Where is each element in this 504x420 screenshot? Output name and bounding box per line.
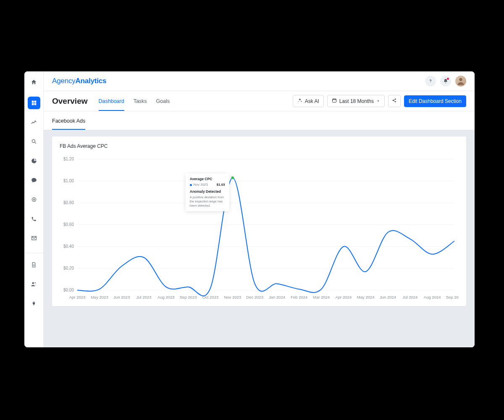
svg-text:Jun 2024: Jun 2024 [380,295,396,299]
nav-left: Overview Dashboard Tasks Goals [52,91,170,111]
sidebar-divider [24,253,44,253]
tab-dashboard[interactable]: Dashboard [99,98,124,111]
svg-point-5 [32,197,36,201]
page-title: Overview [52,97,88,106]
svg-point-48 [231,176,234,179]
svg-text:Feb 2024: Feb 2024 [291,295,307,299]
tooltip-dot [190,184,192,186]
svg-text:Nov 2023: Nov 2023 [224,295,241,299]
search-icon[interactable] [28,135,40,148]
tooltip-warning-text: A positive deviation from the expected r… [190,195,225,208]
svg-text:$0.00: $0.00 [63,288,74,292]
help-icon[interactable] [425,76,436,87]
sparkle-icon [297,98,302,104]
nav-tabs: Dashboard Tasks Goals [99,91,170,111]
svg-point-8 [34,282,36,283]
topbar: AgencyAnalytics [44,71,475,91]
app-window: AgencyAnalytics Overview Dashboard [24,71,475,347]
svg-text:Jan 2024: Jan 2024 [269,295,285,299]
svg-point-11 [459,78,462,81]
edit-section-button[interactable]: Edit Dashboard Section [404,95,466,107]
svg-text:$0.80: $0.80 [63,200,74,205]
svg-text:Apr 2024: Apr 2024 [336,295,352,299]
svg-point-6 [33,199,35,200]
chart-svg: $0.00$0.20$0.40$0.60$0.80$1.00$1.20Apr 2… [60,151,459,302]
svg-text:Aug 2023: Aug 2023 [158,295,175,299]
dashboard-icon[interactable] [28,97,40,109]
brand-logo[interactable]: AgencyAnalytics [52,77,106,85]
date-range-label: Last 18 Months [339,98,374,104]
svg-rect-12 [332,99,336,102]
svg-text:$1.00: $1.00 [63,178,74,183]
edit-section-label: Edit Dashboard Section [409,98,462,104]
content-area: FB Ads Average CPC $0.00$0.20$0.40$0.60$… [44,130,475,347]
tooltip-date: Nov 2023 [194,183,208,187]
date-range-button[interactable]: Last 18 Months [327,95,385,107]
svg-point-4 [32,139,35,142]
chevron-down-icon [376,98,380,104]
chart-card: FB Ads Average CPC $0.00$0.20$0.40$0.60$… [52,136,466,306]
phone-icon[interactable] [28,213,40,225]
svg-text:Jul 2024: Jul 2024 [402,295,417,299]
notifications-icon[interactable] [440,76,451,87]
tab-goals[interactable]: Goals [156,98,170,111]
mail-icon[interactable] [28,232,40,244]
topbar-right [425,76,466,87]
activity-icon[interactable] [28,116,40,129]
svg-text:Aug 2024: Aug 2024 [424,295,441,299]
calendar-icon [332,98,337,104]
svg-rect-2 [32,103,34,105]
svg-text:Sep 2023: Sep 2023 [180,295,197,299]
svg-text:Jun 2023: Jun 2023 [113,295,130,299]
chart-tooltip: Average CPC Nov 2023 $1.03 Anomaly Detec… [186,173,229,211]
svg-point-7 [32,282,34,284]
svg-point-10 [430,82,431,83]
share-icon [392,98,397,104]
tooltip-value: $1.03 [217,183,225,187]
svg-text:Mar 2024: Mar 2024 [313,295,330,299]
subtab-facebook-ads[interactable]: Facebook Ads [52,118,85,130]
chat-icon[interactable] [28,174,40,186]
pie-icon[interactable] [28,155,40,167]
brand-part2: Analytics [76,77,107,85]
users-icon[interactable] [28,278,40,290]
plug-icon[interactable] [28,297,40,310]
svg-rect-0 [32,101,34,103]
notification-dot [447,78,449,80]
share-button[interactable] [388,95,401,107]
chart-wrap: $0.00$0.20$0.40$0.60$0.80$1.00$1.20Apr 2… [60,151,459,302]
svg-text:Dec 2023: Dec 2023 [246,295,263,299]
svg-text:$1.20: $1.20 [63,157,74,161]
svg-rect-3 [34,103,36,105]
svg-text:$0.40: $0.40 [63,244,74,249]
brand-part1: Agency [52,77,76,85]
svg-text:Jul 2023: Jul 2023 [136,295,152,299]
main-area: AgencyAnalytics Overview Dashboard [44,71,475,347]
sidebar [24,71,44,347]
svg-text:Sep 2024: Sep 2024 [446,295,459,299]
ask-ai-label: Ask AI [305,98,319,104]
svg-text:$0.60: $0.60 [63,222,74,227]
svg-text:$0.20: $0.20 [63,266,74,270]
tab-tasks[interactable]: Tasks [134,98,147,111]
svg-text:May 2024: May 2024 [357,295,375,299]
ask-ai-button[interactable]: Ask AI [293,95,324,107]
svg-text:May 2023: May 2023 [91,295,108,299]
svg-rect-1 [34,101,36,103]
nav-row: Overview Dashboard Tasks Goals Ask AI [44,91,475,111]
avatar[interactable] [455,76,466,87]
home-icon[interactable] [28,76,40,88]
chart-title: FB Ads Average CPC [60,143,459,149]
subnav: Facebook Ads [44,111,475,130]
tooltip-warning-title: Anomaly Detected [190,189,225,194]
nav-right: Ask AI Last 18 Months [293,95,466,107]
tooltip-row: Nov 2023 $1.03 [190,183,225,187]
target-icon[interactable] [28,193,40,206]
tooltip-title: Average CPC [190,177,225,181]
svg-text:Apr 2023: Apr 2023 [69,295,86,299]
document-icon[interactable] [28,258,40,271]
